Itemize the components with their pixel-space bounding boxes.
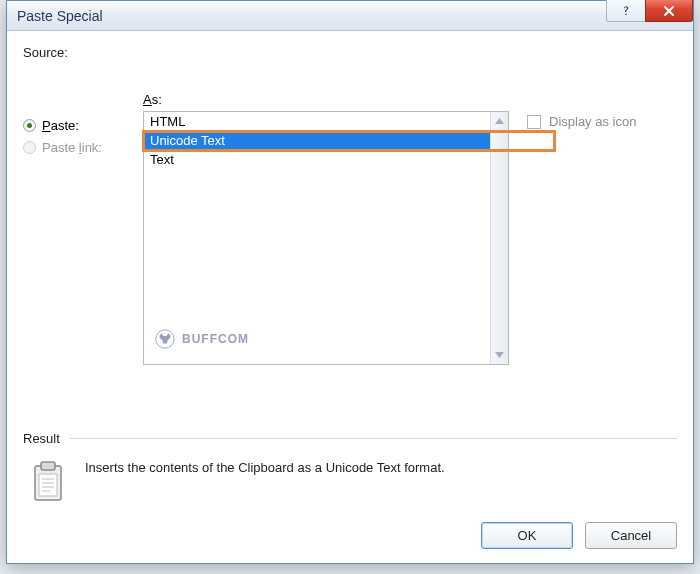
as-label: As: [143,92,509,107]
chevron-down-icon [495,352,504,358]
result-label: Result [23,431,60,446]
list-item[interactable]: Unicode Text [144,131,490,150]
list-item[interactable]: HTML [144,112,490,131]
svg-rect-2 [41,462,55,470]
svg-rect-3 [39,474,57,496]
dialog-title: Paste Special [7,8,606,24]
source-label: Source: [23,45,677,60]
titlebar[interactable]: Paste Special [7,1,693,31]
format-listbox[interactable]: HTML Unicode Text Text BUFFCOM [143,111,509,365]
paste-radio[interactable]: Paste: [23,114,143,136]
pastelink-radio: Paste link: [23,136,143,158]
close-button[interactable] [645,0,693,22]
checkbox-icon [527,115,541,129]
watermark-text: BUFFCOM [182,332,249,346]
scroll-up-button[interactable] [491,112,508,130]
scroll-down-button[interactable] [491,346,508,364]
buffalo-icon [154,328,176,350]
close-icon [662,4,676,18]
paste-special-dialog: Paste Special Source: Paste: [6,0,694,564]
result-description: Inserts the contents of the Clipboard as… [85,460,445,475]
ok-button[interactable]: OK [481,522,573,549]
help-button[interactable] [606,0,646,22]
watermark: BUFFCOM [154,328,249,350]
scrollbar[interactable] [490,112,508,364]
chevron-up-icon [495,118,504,124]
list-item[interactable]: Text [144,150,490,169]
pastelink-radio-label: Paste link: [42,140,102,155]
help-icon [619,4,633,18]
clipboard-icon [29,460,67,504]
cancel-button[interactable]: Cancel [585,522,677,549]
divider [70,438,677,439]
radio-icon [23,141,36,154]
radio-icon [23,119,36,132]
display-as-icon-checkbox: Display as icon [527,114,636,129]
paste-radio-label: Paste: [42,118,79,133]
display-as-icon-label: Display as icon [549,114,636,129]
